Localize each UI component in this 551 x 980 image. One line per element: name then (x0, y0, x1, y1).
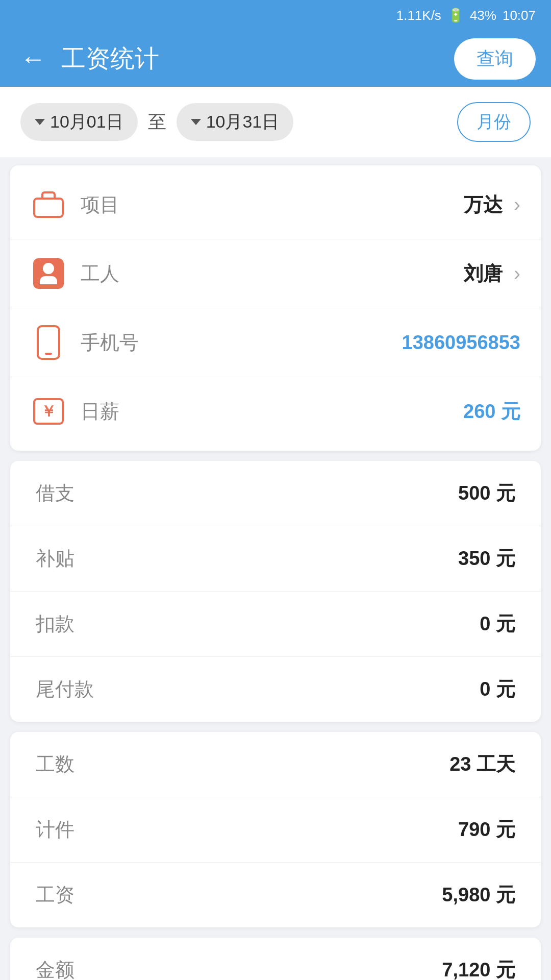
daily-salary-row: ￥ 日薪 260 元 (10, 377, 541, 446)
phone-label: 手机号 (81, 330, 402, 356)
phone-value: 13860956853 (402, 332, 520, 354)
salary-value: 5,980 元 (442, 882, 515, 908)
network-speed: 1.11K/s (396, 8, 441, 23)
month-button[interactable]: 月份 (457, 102, 531, 142)
piecework-label: 计件 (36, 817, 74, 843)
date-separator: 至 (148, 110, 166, 135)
deduction-row: 扣款 0 元 (10, 592, 541, 657)
summary-section-3: 金额 7,120 元 (10, 938, 541, 980)
subsidy-row: 补贴 350 元 (10, 526, 541, 592)
summary-section-2: 工数 23 工天 计件 790 元 工资 5,980 元 (10, 732, 541, 927)
piecework-row: 计件 790 元 (10, 797, 541, 863)
loan-value: 500 元 (458, 480, 515, 506)
chevron-down-icon (35, 119, 45, 125)
project-value: 万达 › (464, 192, 520, 218)
project-label: 项目 (81, 192, 464, 218)
subsidy-value: 350 元 (458, 546, 515, 572)
deduction-value: 0 元 (480, 611, 515, 637)
workdays-row: 工数 23 工天 (10, 732, 541, 797)
total-amount-row: 金额 7,120 元 (10, 938, 541, 980)
salary-row: 工资 5,980 元 (10, 863, 541, 927)
worker-value: 刘唐 › (464, 261, 520, 287)
workdays-label: 工数 (36, 751, 74, 777)
loan-row: 借支 500 元 (10, 461, 541, 526)
daily-salary-label: 日薪 (81, 399, 463, 425)
loan-label: 借支 (36, 480, 74, 506)
daily-salary-value: 260 元 (463, 399, 520, 425)
total-amount-value: 7,120 元 (442, 957, 515, 980)
end-date-picker[interactable]: 10月31日 (177, 103, 294, 141)
filter-bar: 10月01日 至 10月31日 月份 (0, 87, 551, 157)
start-date-picker[interactable]: 10月01日 (20, 103, 138, 141)
nav-bar: ← 工资统计 查询 (0, 31, 551, 87)
deduction-label: 扣款 (36, 611, 74, 637)
query-button[interactable]: 查询 (454, 38, 536, 80)
subsidy-label: 补贴 (36, 546, 74, 572)
back-button[interactable]: ← (15, 39, 51, 79)
battery-icon: 🔋 (447, 8, 464, 23)
workdays-value: 23 工天 (449, 751, 515, 777)
person-icon (31, 256, 66, 291)
project-row[interactable]: 项目 万达 › (10, 170, 541, 239)
start-date-label: 10月01日 (50, 110, 123, 134)
battery-percent: 43% (470, 8, 496, 23)
total-amount-label: 金额 (36, 957, 74, 980)
worker-label: 工人 (81, 261, 464, 287)
money-icon: ￥ (31, 394, 66, 429)
end-date-label: 10月31日 (206, 110, 280, 134)
phone-row: 手机号 13860956853 (10, 308, 541, 377)
final-payment-row: 尾付款 0 元 (10, 657, 541, 722)
final-payment-label: 尾付款 (36, 676, 94, 702)
piecework-value: 790 元 (458, 817, 515, 843)
phone-icon (31, 325, 66, 360)
page-title: 工资统计 (61, 42, 454, 75)
worker-row[interactable]: 工人 刘唐 › (10, 239, 541, 308)
summary-section-1: 借支 500 元 补贴 350 元 扣款 0 元 尾付款 0 元 (10, 461, 541, 722)
briefcase-icon (31, 187, 66, 223)
chevron-down-icon (191, 119, 201, 125)
final-payment-value: 0 元 (480, 676, 515, 702)
salary-label: 工资 (36, 882, 74, 908)
status-bar: 1.11K/s 🔋 43% 10:07 (0, 0, 551, 31)
info-card: 项目 万达 › 工人 刘唐 › 手机号 13860956853 ￥ 日薪 260… (10, 165, 541, 451)
time: 10:07 (503, 8, 536, 23)
